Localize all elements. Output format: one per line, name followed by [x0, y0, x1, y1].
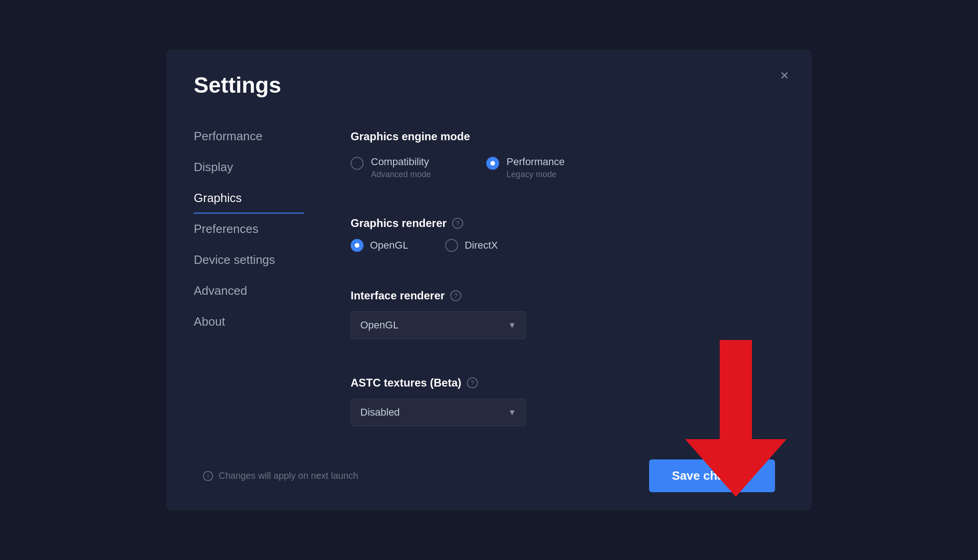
modal-body: Performance Display Graphics Preferences… — [166, 112, 812, 455]
sidebar-item-performance[interactable]: Performance — [166, 121, 313, 152]
sidebar-item-about[interactable]: About — [166, 306, 313, 337]
astc-help-icon[interactable]: ? — [467, 377, 478, 388]
sidebar-item-advanced[interactable]: Advanced — [166, 275, 313, 306]
engine-mode-section: Graphics engine mode Compatibility Advan… — [351, 130, 775, 198]
performance-main-label: Performance — [507, 156, 565, 168]
interface-renderer-arrow-icon: ▼ — [508, 321, 516, 330]
main-content: Graphics engine mode Compatibility Advan… — [314, 112, 812, 455]
directx-option[interactable]: DirectX — [445, 239, 498, 252]
footer: i Changes will apply on next launch Save… — [166, 459, 812, 511]
compatibility-label: Compatibility Advanced mode — [371, 156, 431, 179]
renderer-header: Graphics renderer ? — [351, 217, 775, 230]
interface-renderer-section: Interface renderer ? OpenGL ▼ — [351, 289, 775, 358]
engine-mode-radio-group: Compatibility Advanced mode Performance … — [351, 156, 775, 179]
interface-renderer-title: Interface renderer — [351, 289, 445, 302]
interface-renderer-header: Interface renderer ? — [351, 289, 775, 302]
astc-value: Disabled — [360, 406, 400, 418]
performance-sub-label: Legacy mode — [507, 170, 565, 179]
sidebar-item-graphics[interactable]: Graphics — [166, 183, 313, 214]
opengl-label: OpenGL — [370, 239, 408, 251]
compatibility-main-label: Compatibility — [371, 156, 431, 168]
engine-mode-title: Graphics engine mode — [351, 130, 775, 143]
renderer-section: Graphics renderer ? OpenGL DirectX — [351, 217, 775, 271]
opengl-option[interactable]: OpenGL — [351, 239, 408, 252]
close-button[interactable]: × — [780, 68, 789, 83]
sidebar-item-device-settings[interactable]: Device settings — [166, 244, 313, 275]
astc-section: ASTC textures (Beta) ? Disabled ▼ — [351, 376, 775, 445]
interface-renderer-help-icon[interactable]: ? — [450, 290, 461, 301]
renderer-help-icon[interactable]: ? — [452, 218, 463, 229]
performance-radio[interactable] — [486, 157, 499, 170]
sidebar: Performance Display Graphics Preferences… — [166, 112, 314, 455]
astc-header: ASTC textures (Beta) ? — [351, 376, 775, 389]
interface-renderer-value: OpenGL — [360, 319, 399, 331]
info-icon: i — [203, 471, 213, 481]
performance-option[interactable]: Performance Legacy mode — [486, 156, 565, 179]
compatibility-sub-label: Advanced mode — [371, 170, 431, 179]
astc-dropdown[interactable]: Disabled ▼ — [351, 399, 526, 426]
changes-note-text: Changes will apply on next launch — [219, 471, 358, 481]
renderer-radio-group: OpenGL DirectX — [351, 239, 775, 252]
save-changes-button[interactable]: Save changes — [649, 459, 775, 492]
changes-note: i Changes will apply on next launch — [203, 471, 358, 481]
compatibility-radio[interactable] — [351, 157, 364, 170]
astc-arrow-icon: ▼ — [508, 408, 516, 417]
modal-overlay: × Settings Performance Display Graphics … — [0, 0, 978, 560]
sidebar-item-preferences[interactable]: Preferences — [166, 214, 313, 244]
directx-radio[interactable] — [445, 239, 458, 252]
opengl-radio[interactable] — [351, 239, 364, 252]
sidebar-item-display[interactable]: Display — [166, 152, 313, 183]
directx-label: DirectX — [465, 239, 498, 251]
astc-title: ASTC textures (Beta) — [351, 376, 461, 389]
settings-modal: × Settings Performance Display Graphics … — [166, 49, 812, 511]
performance-label: Performance Legacy mode — [507, 156, 565, 179]
renderer-title: Graphics renderer — [351, 217, 447, 230]
interface-renderer-dropdown[interactable]: OpenGL ▼ — [351, 311, 526, 339]
compatibility-option[interactable]: Compatibility Advanced mode — [351, 156, 431, 179]
modal-title: Settings — [166, 49, 812, 112]
